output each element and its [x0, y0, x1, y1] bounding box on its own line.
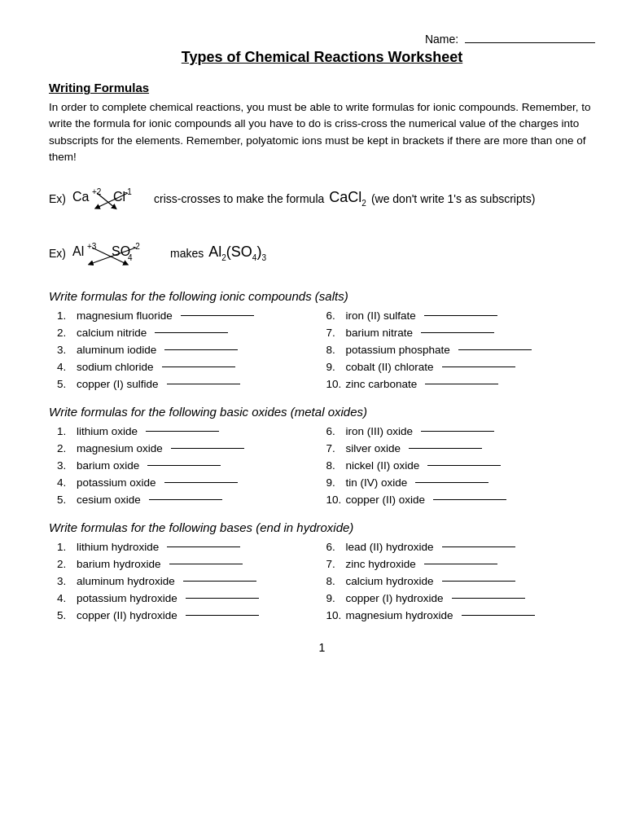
item-text: potassium oxide: [77, 476, 156, 489]
answer-blank: [181, 315, 254, 316]
item-text: copper (II) oxide: [346, 494, 426, 506]
salts-col1: 1. magnesium fluoride 2. calcium nitride…: [57, 309, 326, 390]
answer-blank: [442, 581, 515, 582]
item-num: 1.: [57, 309, 73, 322]
item-text: nickel (II) oxide: [346, 459, 420, 472]
svg-text:-1: -1: [125, 187, 132, 196]
item-text: cesium oxide: [77, 494, 141, 506]
item-num: 9.: [326, 361, 343, 373]
svg-text:Al: Al: [72, 244, 84, 258]
item-num: 10.: [326, 609, 343, 621]
list-item: 8. calcium hydroxide: [326, 575, 596, 587]
item-text: lithium hydroxide: [77, 541, 159, 553]
answer-blank: [458, 349, 532, 350]
item-num: 10.: [326, 378, 343, 390]
answer-blank: [442, 546, 515, 547]
item-num: 9.: [326, 592, 343, 604]
item-text: magnesium hydroxide: [346, 609, 453, 621]
answer-blank: [442, 367, 515, 367]
svg-text:4: 4: [128, 253, 133, 262]
item-text: copper (I) hydroxide: [346, 592, 444, 604]
bases-list: 1. lithium hydroxide 2. barium hydroxide…: [57, 541, 595, 621]
item-num: 3.: [57, 575, 73, 587]
answer-blank: [424, 564, 497, 564]
item-text: iron (III) oxide: [346, 425, 414, 437]
item-num: 5.: [57, 609, 73, 621]
svg-text:-2: -2: [133, 242, 140, 251]
answer-blank: [421, 431, 494, 432]
answer-blank: [424, 315, 497, 316]
answer-blank: [164, 349, 238, 350]
list-item: 5. copper (II) hydroxide: [57, 609, 326, 621]
item-num: 1.: [57, 541, 73, 553]
item-text: calcium hydroxide: [346, 575, 434, 587]
list-item: 1. lithium oxide: [57, 425, 326, 437]
list-item: 10. magnesium hydroxide: [326, 609, 596, 621]
answer-blank: [462, 615, 535, 616]
salts-heading: Write formulas for the following ionic c…: [49, 289, 595, 303]
item-text: aluminum hydroxide: [77, 575, 175, 587]
list-item: 5. copper (I) sulfide: [57, 378, 326, 390]
item-text: magnesium oxide: [77, 442, 163, 454]
answer-blank: [452, 598, 525, 599]
answer-blank: [415, 482, 488, 483]
item-num: 7.: [326, 558, 343, 570]
page-number: 1: [49, 641, 595, 654]
answer-blank: [421, 332, 494, 333]
bases-col2: 6. lead (II) hydroxide 7. zinc hydroxide…: [326, 541, 596, 621]
item-num: 4.: [57, 592, 73, 604]
item-num: 5.: [57, 378, 73, 390]
list-item: 8. potassium phosphate: [326, 344, 596, 356]
item-num: 10.: [326, 494, 343, 506]
item-text: barium hydroxide: [77, 558, 161, 570]
intro-text: In order to complete chemical reactions,…: [49, 99, 595, 165]
item-num: 1.: [57, 425, 73, 437]
salts-col2: 6. iron (II) sulfate 7. barium nitrate 8…: [326, 309, 596, 390]
example-1: Ex) Ca +2 Cl -1 criss-crosses to make th…: [49, 177, 595, 220]
item-num: 6.: [326, 541, 343, 553]
list-item: 10. copper (II) oxide: [326, 494, 596, 506]
name-blank: [465, 42, 595, 43]
answer-blank: [409, 448, 482, 449]
list-item: 3. aluminum hydroxide: [57, 575, 326, 587]
item-num: 9.: [326, 476, 343, 489]
list-item: 7. silver oxide: [326, 442, 596, 454]
item-text: copper (II) hydroxide: [77, 609, 177, 621]
item-text: zinc hydroxide: [346, 558, 416, 570]
item-num: 3.: [57, 344, 73, 356]
item-text: copper (I) sulfide: [77, 378, 159, 390]
item-num: 3.: [57, 459, 73, 472]
list-item: 2. magnesium oxide: [57, 442, 326, 454]
item-text: sodium chloride: [77, 361, 154, 373]
item-num: 5.: [57, 494, 73, 506]
answer-blank: [162, 367, 235, 367]
list-item: 6. iron (II) sulfate: [326, 309, 596, 322]
svg-text:+2: +2: [92, 187, 102, 196]
answer-blank: [146, 431, 219, 432]
answer-blank: [171, 448, 244, 449]
item-num: 2.: [57, 558, 73, 570]
oxides-col1: 1. lithium oxide 2. magnesium oxide 3. b…: [57, 425, 326, 506]
list-item: 3. aluminum iodide: [57, 344, 326, 356]
answer-blank: [149, 499, 222, 500]
name-line: Name:: [49, 33, 595, 46]
list-item: 7. zinc hydroxide: [326, 558, 596, 570]
list-item: 1. lithium hydroxide: [57, 541, 326, 553]
salts-list: 1. magnesium fluoride 2. calcium nitride…: [57, 309, 595, 390]
item-text: zinc carbonate: [346, 378, 418, 390]
bases-col1: 1. lithium hydroxide 2. barium hydroxide…: [57, 541, 326, 621]
list-item: 5. cesium oxide: [57, 494, 326, 506]
list-item: 3. barium oxide: [57, 459, 326, 472]
ex1-label: Ex): [49, 192, 66, 205]
answer-blank: [169, 564, 243, 564]
ex1-desc: criss-crosses to make the formula: [154, 192, 324, 205]
list-item: 9. copper (I) hydroxide: [326, 592, 596, 604]
item-num: 8.: [326, 459, 343, 472]
answer-blank: [186, 615, 259, 616]
answer-blank: [147, 465, 221, 466]
item-num: 8.: [326, 575, 343, 587]
list-item: 9. tin (IV) oxide: [326, 476, 596, 489]
writing-formulas-title: Writing Formulas: [49, 81, 595, 94]
example-2: Ex) Al +3 SO 4 -2 makes Al2(SO4)3: [49, 231, 595, 274]
item-text: magnesium fluoride: [77, 309, 173, 322]
